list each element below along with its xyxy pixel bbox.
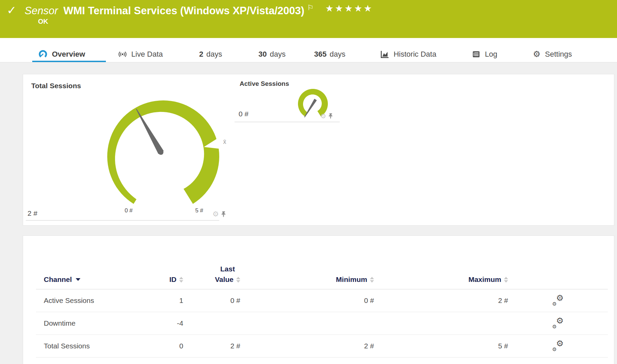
tab-bar: Overview Live Data 2 days [0,38,617,62]
cell-maximum: 5 # [374,342,508,350]
tab-log[interactable]: Log [472,50,498,59]
gauge-scale-max: 5 # [195,207,203,214]
total-sessions-value: 2 # [27,209,37,217]
divider [235,122,340,122]
tab-number: 365 [314,50,327,59]
tab-label: days [270,50,285,59]
channels-panel: Channel ID Last Value [23,235,614,364]
tab-label: Settings [545,50,572,59]
live-data-icon [118,50,127,59]
column-header-channel[interactable]: Channel [36,275,117,284]
tab-30-days[interactable]: 30 days [259,50,286,59]
cell-id: 0 [117,342,183,350]
sensor-title: WMI Terminal Services (Windows XP/Vista/… [63,3,304,18]
tab-label: Log [485,50,498,59]
cell-id: -4 [117,319,183,327]
tab-2-days[interactable]: 2 days [199,50,222,59]
active-sessions-value: 0 # [239,110,248,118]
sensor-header: ✓ Sensor WMI Terminal Services (Windows … [0,0,617,38]
table-row[interactable]: Total Sessions 0 2 # 2 # 5 # ⚙⚙ [36,335,608,358]
sensor-overview-page: ✓ Sensor WMI Terminal Services (Windows … [0,0,617,364]
sort-arrows-icon [179,277,183,283]
channel-settings-gears-icon[interactable]: ⚙⚙ [552,318,564,329]
cell-minimum: 2 # [240,342,374,350]
flag-icon[interactable]: ⚐ [307,4,314,12]
sort-arrows-icon [236,277,240,283]
area-chart-icon [380,50,389,59]
tab-label: Overview [52,50,85,59]
tab-live-data[interactable]: Live Data [118,50,163,59]
tab-label: days [330,50,345,59]
priority-stars[interactable]: ★★★★★ [325,3,373,14]
sensor-type-label: Sensor [25,3,58,18]
tab-365-days[interactable]: 365 days [314,50,345,59]
gear-icon[interactable]: ⚙ [212,211,219,218]
gear-icon: ⚙ [533,50,540,58]
table-header-row: Channel ID Last Value [36,236,608,289]
channel-table: Channel ID Last Value [36,236,608,358]
channel-settings-gears-icon[interactable]: ⚙⚙ [552,341,564,351]
cell-last-value: 2 # [183,342,240,350]
gauge-title-total-sessions: Total Sessions [31,82,81,90]
total-sessions-gauge[interactable]: 0 # 5 # x̄ [99,92,228,216]
sort-arrows-icon [370,277,374,283]
status-badge: OK [38,18,48,25]
table-row[interactable]: Downtime -4 ⚙⚙ [36,312,608,335]
tab-overview[interactable]: Overview [38,50,85,59]
gauge-icon [38,50,48,59]
column-header-minimum[interactable]: Minimum [240,275,374,284]
gauges-panel: Total Sessions 0 # 5 # x̄ 2 # ⚙ Active S… [23,74,614,226]
gauge-title-active-sessions: Active Sessions [240,80,289,88]
cell-channel: Active Sessions [36,296,117,305]
tab-number: 30 [259,50,267,59]
gear-icon[interactable]: ⚙ [320,113,326,119]
active-tab-underline [32,61,106,62]
column-header-maximum[interactable]: Maximum [374,275,508,284]
cell-channel: Downtime [36,319,117,327]
tab-label: days [206,50,222,59]
cell-channel: Total Sessions [36,342,117,350]
column-header-last-value[interactable]: Last Value [183,265,240,284]
divider [26,220,219,221]
column-header-id[interactable]: ID [117,275,183,284]
log-list-icon [472,50,481,59]
sort-caret-down-icon [76,278,80,281]
cell-maximum: 2 # [374,296,508,305]
gauge-average-marker: x̄ [223,138,226,145]
cell-id: 1 [117,296,183,305]
pin-icon[interactable] [329,113,333,119]
tab-label: Historic Data [394,50,436,59]
status-check-icon: ✓ [7,3,17,17]
table-row[interactable]: Active Sessions 1 0 # 0 # 2 # ⚙⚙ [36,289,608,312]
sort-arrows-icon [504,277,508,283]
tab-historic-data[interactable]: Historic Data [380,50,436,59]
cell-last-value: 0 # [183,296,240,305]
tab-settings[interactable]: ⚙ Settings [533,50,572,59]
channel-settings-gears-icon[interactable]: ⚙⚙ [552,295,564,306]
pin-icon[interactable] [221,211,226,217]
gauge-scale-min: 0 # [125,207,133,214]
tab-label: Live Data [131,50,163,59]
cell-minimum: 0 # [240,296,374,305]
tab-number: 2 [199,50,203,59]
